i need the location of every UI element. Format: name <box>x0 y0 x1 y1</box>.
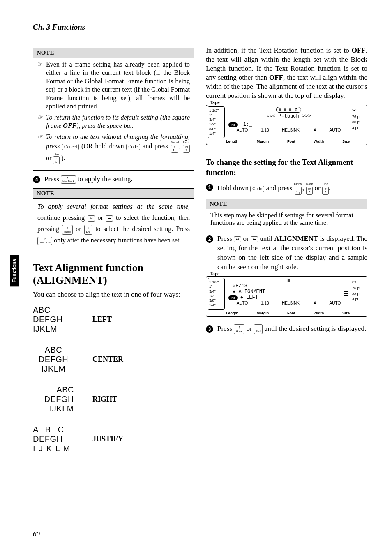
end-down-key: ↓End <box>84 225 93 235</box>
note-box-2: NOTE To apply several format settings at… <box>33 188 194 249</box>
preview-icon: ☰ <box>343 289 349 299</box>
pointing-hand-icon: ☞ <box>37 133 43 164</box>
tape-size-list: 1 1/2"1"3/4"1/2"3/8"1/4" <box>208 278 225 310</box>
display-screenshot-2: Tape 1 1/2"1"3/4"1/2"3/8"1/4" ≡ 08/13 ♦ … <box>206 276 367 317</box>
note-box-1: NOTE ☞ Even if a frame setting has alrea… <box>33 48 194 171</box>
align-sample-right: ABCDEFGHIJKLM <box>33 385 74 413</box>
note-header: NOTE <box>33 48 194 58</box>
ins-badge: Ins <box>228 295 238 300</box>
chapter-header: Ch. 3 Functions <box>33 23 367 32</box>
step-3: 3 Press ↑Home or ↓End until the desired … <box>206 324 367 334</box>
note-box-3: NOTE This step may be skipped if setting… <box>206 199 367 230</box>
note-item-text: To return to the text without changing t… <box>46 133 190 164</box>
section-title: Text Alignment function (ALIGNMENT) <box>33 262 194 286</box>
left-arrow-key: ↤ <box>88 215 95 222</box>
align-label: CENTER <box>92 355 123 364</box>
note-body: This step may be skipped if settings for… <box>206 209 367 230</box>
right-column: In addition, if the Text Rotation functi… <box>206 46 367 465</box>
tape-size-list: 1 1/2"1"3/4"1/2"3/8"1/4" <box>208 106 225 138</box>
note-item-text: To return the function to its default se… <box>46 113 190 130</box>
note-item-text: Even if a frame setting has already been… <box>46 60 190 111</box>
key-3: #3 <box>322 187 329 195</box>
step-number-icon: 3 <box>206 325 213 333</box>
align-label: LEFT <box>92 315 112 324</box>
end-down-key: ↓End <box>254 324 263 334</box>
home-up-key: ↑Home <box>234 324 244 334</box>
key-2: @2 <box>183 145 189 153</box>
step-2: 2 Press ↤ or ↦ until ALIGNMENT is displa… <box>206 234 367 272</box>
page-number: 60 <box>33 530 40 538</box>
align-sample-center: ABCDEFGHIJKLM <box>33 345 74 374</box>
left-column: NOTE ☞ Even if a frame setting has alrea… <box>33 46 194 465</box>
right-arrow-key: ↦ <box>251 236 258 242</box>
display-screenshot-1: Tape 1 1/2"1"3/4"1/2"3/8"1/4" ≡ ≡ ≡ 🗎 <<… <box>206 105 367 145</box>
right-arrow-key: ↦ <box>106 215 113 222</box>
alignment-examples: ABCDEFGHIJKLM LEFT ABCDEFGHIJKLM CENTER … <box>33 305 194 453</box>
enter-key: ↵New Block <box>61 175 76 184</box>
note-header: NOTE <box>33 189 194 199</box>
home-up-key: ↑Home <box>62 225 73 235</box>
key-3: #3 <box>53 156 60 164</box>
note-header: NOTE <box>206 199 367 209</box>
scissors-icon: ✂ <box>352 108 356 113</box>
step-number-icon: 2 <box>206 235 213 243</box>
key-2: @2 <box>306 187 313 195</box>
align-sample-left: ABCDEFGHIJKLM <box>33 305 74 334</box>
step-number-icon: 4 <box>33 176 40 183</box>
step-number-icon: 1 <box>206 184 213 191</box>
intro-paragraph: In addition, if the Text Rotation functi… <box>206 46 367 101</box>
pointing-hand-icon: ☞ <box>37 60 43 111</box>
align-label: RIGHT <box>92 395 117 404</box>
align-sample-justify: A B CDEFGHI J K L M <box>33 425 74 453</box>
pointing-hand-icon: ☞ <box>37 113 43 130</box>
side-tab-functions: Functions <box>10 255 19 286</box>
key-1: !1 ¡ <box>171 145 178 153</box>
enter-key: ↵New Block <box>37 237 52 245</box>
code-key: Code <box>250 186 264 192</box>
cancel-key: Cancel <box>62 144 79 150</box>
step-4: 4 Press ↵New Block to apply the setting. <box>33 175 194 184</box>
intro-text: You can choose to align the text in one … <box>33 290 194 299</box>
scissors-icon: ✂ <box>352 279 356 285</box>
step-1: 1 Hold down Code and press Global!1 ¡, B… <box>206 182 367 195</box>
key-1: !1 ¡ <box>295 187 302 195</box>
code-key: Code <box>126 144 140 150</box>
subheading: To change the setting for the Text Align… <box>206 157 367 178</box>
left-arrow-key: ↤ <box>234 236 241 242</box>
align-label: JUSTIFY <box>92 435 123 443</box>
header-icon: ≡ ≡ ≡ 🗎 <box>276 107 301 113</box>
ins-badge: Ins <box>228 122 238 127</box>
